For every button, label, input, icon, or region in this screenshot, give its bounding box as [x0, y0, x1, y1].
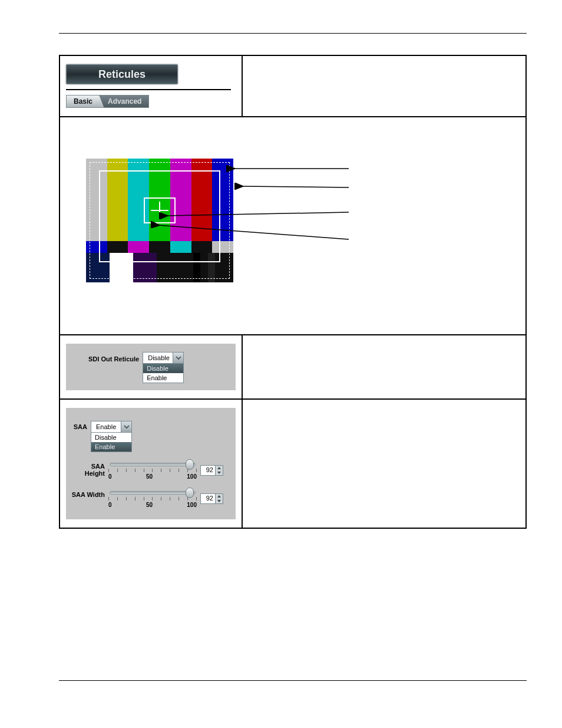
saa-selected: Enable — [91, 421, 121, 432]
saa-desc — [242, 399, 526, 528]
sdi-out-dropdown[interactable]: Disable Disable Enable — [143, 352, 184, 383]
saa-height-value: 92 — [201, 466, 215, 475]
tick-100: 100 — [187, 502, 197, 508]
svg-line-1 — [242, 186, 349, 187]
tab-basic[interactable]: Basic — [66, 95, 104, 108]
callout-arrow — [225, 163, 355, 269]
spinner-down-icon[interactable] — [216, 470, 223, 475]
colorbars-preview — [86, 159, 233, 282]
sdi-desc — [242, 335, 526, 399]
spinner-down-icon[interactable] — [216, 499, 223, 503]
reticule-crosshair — [151, 202, 168, 219]
tick-100: 100 — [187, 473, 197, 480]
sdi-out-option-disable[interactable]: Disable — [143, 364, 183, 373]
saa-width-spinner[interactable]: 92 — [200, 493, 223, 504]
spinner-up-icon[interactable] — [216, 466, 223, 470]
sdi-out-options: Disable Enable — [143, 364, 184, 383]
saa-height-label: SAA Height — [70, 463, 105, 477]
saa-cell: SAA Enable Disable Enable — [59, 399, 242, 528]
tab-advanced[interactable]: Advanced — [99, 95, 149, 108]
saa-options: Disable Enable — [91, 433, 132, 452]
spinner-up-icon[interactable] — [216, 494, 223, 499]
saa-width-value: 92 — [201, 494, 215, 503]
saa-label: SAA — [71, 423, 87, 430]
tabs: Basic Advanced — [66, 95, 236, 108]
sdi-cell: SDI Out Reticule Disable Disable Enable — [59, 335, 242, 399]
saa-height-spinner[interactable]: 92 — [200, 465, 223, 476]
tick-50: 50 — [146, 502, 153, 508]
saa-width-slider[interactable]: 0 50 100 — [108, 489, 197, 509]
saa-option-enable[interactable]: Enable — [91, 442, 131, 452]
saa-dropdown[interactable]: Enable Disable Enable — [91, 421, 132, 452]
tick-50: 50 — [146, 473, 153, 480]
reticules-table: Reticules Basic Advanced — [59, 55, 527, 529]
tick-0: 0 — [108, 502, 112, 508]
reticules-header-desc — [242, 55, 526, 117]
sdi-out-selected: Disable — [143, 353, 173, 363]
chevron-down-icon[interactable] — [121, 421, 131, 432]
tick-0: 0 — [108, 473, 112, 480]
sdi-out-option-enable[interactable]: Enable — [143, 373, 183, 383]
saa-option-disable[interactable]: Disable — [91, 433, 131, 442]
reticules-header-cell: Reticules Basic Advanced — [59, 55, 242, 117]
chevron-down-icon[interactable] — [173, 353, 183, 363]
sdi-out-label: SDI Out Reticule — [88, 355, 139, 363]
saa-width-label: SAA Width — [70, 491, 105, 498]
saa-height-slider[interactable]: 0 50 100 — [108, 460, 197, 480]
reticules-banner: Reticules — [66, 64, 178, 84]
preview-cell — [59, 117, 526, 335]
